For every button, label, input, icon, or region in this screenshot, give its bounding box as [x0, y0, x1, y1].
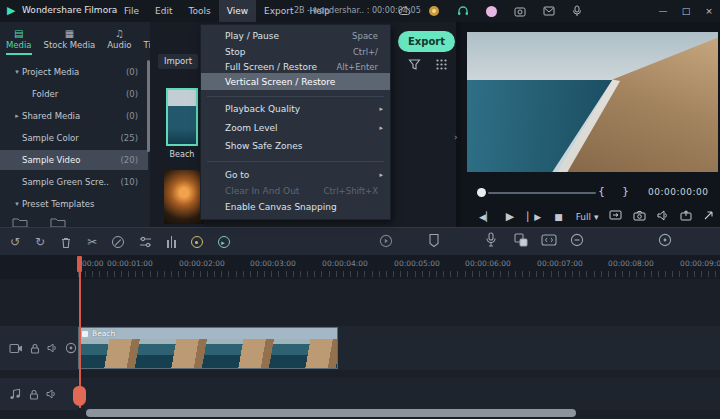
display-fit-icon[interactable] — [609, 210, 622, 221]
mark-in-button[interactable]: { — [598, 185, 605, 198]
menu-item-zoom-level[interactable]: Zoom Level ▸ — [201, 120, 390, 136]
snapshot-camera-icon[interactable] — [633, 210, 646, 221]
window-controls: — □ × — [656, 0, 716, 22]
quality-dropdown[interactable]: Full ▾ — [576, 212, 599, 222]
render-preview-icon[interactable] — [379, 234, 393, 248]
preview-video — [467, 32, 718, 172]
ruler-ticks — [78, 271, 720, 277]
tree-item-preset-templates[interactable]: ▾ Preset Templates — [0, 194, 148, 214]
mask-icon[interactable] — [428, 233, 440, 248]
detach-preview-icon[interactable] — [703, 210, 714, 221]
timeline-clip-beach[interactable]: Beach — [78, 327, 338, 369]
tree-item-sample-green-screen[interactable]: Sample Green Scre.. (10) — [0, 172, 148, 192]
motion-track-icon[interactable]: ▸ — [218, 236, 230, 248]
import-button[interactable]: Import — [158, 54, 198, 69]
submenu-arrow-icon: ▸ — [379, 171, 383, 179]
media-tree: ▾ Project Media (0) Folder (0) ▸ Shared … — [0, 56, 150, 228]
caret-down-icon[interactable]: ▾ — [12, 200, 22, 208]
feedback-mail-icon[interactable] — [543, 6, 555, 16]
app-name: Wondershare Filmora — [22, 5, 117, 15]
minimize-button[interactable]: — — [656, 6, 670, 16]
adjust-icon[interactable] — [139, 236, 152, 248]
play-button[interactable]: ▶ — [506, 210, 514, 223]
menu-edit[interactable]: Edit — [147, 0, 180, 22]
preview-panel: { } 00:00:00:00 ◀▏ ▶ ▏▶ ■ Full ▾ — [461, 22, 720, 228]
mute-speaker-icon[interactable] — [47, 343, 58, 353]
lock-icon[interactable] — [30, 343, 40, 354]
menu-item-go-to[interactable]: Go to ▸ — [201, 167, 390, 183]
video-track: Beach — [0, 326, 720, 370]
seek-track[interactable] — [488, 192, 596, 194]
media-folder-icon: ▤ — [14, 28, 23, 39]
zoom-fit-icon[interactable] — [658, 233, 672, 247]
menu-item-playback-quality[interactable]: Playback Quality ▸ — [201, 101, 390, 117]
app-logo-icon: ▶ — [7, 4, 15, 17]
menu-separator — [207, 161, 384, 162]
menu-view[interactable]: View — [219, 0, 256, 22]
caret-down-icon[interactable]: ▾ — [12, 68, 22, 76]
speed-icon[interactable] — [112, 236, 124, 248]
mark-out-button[interactable]: } — [622, 185, 629, 198]
audio-mixer-icon[interactable] — [167, 236, 176, 248]
keyframe-icon[interactable] — [191, 236, 203, 248]
divider-collapse-icon[interactable]: › — [454, 132, 458, 142]
tree-item-folder[interactable]: Folder (0) — [0, 84, 148, 104]
redo-icon[interactable]: ↻ — [35, 235, 45, 249]
voiceover-mic-icon[interactable] — [486, 232, 496, 248]
caret-down-icon: ▾ — [594, 212, 599, 222]
tree-item-project-media[interactable]: ▾ Project Media (0) — [0, 62, 148, 82]
record-mic-icon[interactable] — [572, 5, 582, 17]
share-frame-icon[interactable] — [680, 210, 692, 221]
caret-right-icon[interactable]: ▸ — [12, 112, 22, 120]
filter-icon[interactable] — [408, 58, 421, 71]
clip-thumbnail-sunset[interactable] — [164, 170, 204, 224]
close-button[interactable]: × — [702, 6, 716, 16]
grid-view-icon[interactable] — [435, 58, 448, 71]
menu-tools[interactable]: Tools — [181, 0, 219, 22]
menu-item-show-safe-zones[interactable]: Show Safe Zones — [201, 138, 390, 154]
delete-icon[interactable] — [60, 236, 72, 249]
maximize-button[interactable]: □ — [679, 6, 693, 16]
upgrade-icon[interactable] — [428, 5, 440, 17]
eye-icon[interactable] — [65, 342, 77, 354]
audio-track-lane[interactable] — [78, 378, 720, 410]
timeline-horizontal-scrollbar[interactable] — [86, 409, 576, 417]
speaker-icon[interactable] — [657, 210, 669, 221]
tab-stock-media[interactable]: ▦ Stock Media — [38, 22, 102, 56]
tab-media[interactable]: ▤ Media — [0, 22, 38, 56]
menu-item-stop[interactable]: Stop Ctrl+/ — [201, 44, 390, 60]
support-headset-icon[interactable] — [457, 5, 469, 17]
tree-item-sample-color[interactable]: Sample Color (25) — [0, 128, 148, 148]
undo-icon[interactable]: ↺ — [10, 235, 20, 249]
menu-item-enable-canvas-snapping[interactable]: Enable Canvas Snapping — [201, 199, 390, 215]
export-button[interactable]: Export — [398, 31, 455, 52]
seek-handle[interactable] — [477, 188, 486, 197]
scissors-icon[interactable]: ✂ — [87, 235, 97, 249]
zoom-out-icon[interactable] — [570, 233, 584, 247]
marker-icon[interactable] — [541, 234, 557, 246]
clip-filmstrip — [79, 339, 337, 368]
menu-item-vertical-screen[interactable]: Vertical Screen / Restore — [201, 73, 390, 90]
previous-frame-button[interactable]: ◀▏ — [479, 212, 493, 222]
stock-image-icon: ▦ — [65, 28, 74, 39]
timeline-ruler[interactable]: 00:00 00:00:01:00 00:00:02:00 00:00:03:0… — [0, 255, 720, 279]
menu-item-play-pause[interactable]: Play / Pause Space — [201, 28, 390, 44]
playhead-top-marker[interactable] — [77, 256, 82, 272]
mute-speaker-icon[interactable] — [46, 389, 57, 399]
clip-header: Beach — [79, 328, 337, 339]
user-avatar[interactable] — [486, 6, 497, 17]
stop-button[interactable]: ■ — [554, 212, 563, 222]
split-screen-icon[interactable] — [514, 233, 528, 247]
screenshot-icon[interactable] — [514, 6, 526, 17]
music-note-icon: ♫ — [115, 28, 124, 39]
tree-item-shared-media[interactable]: ▸ Shared Media (0) — [0, 106, 148, 126]
next-frame-button[interactable]: ▏▶ — [527, 212, 541, 222]
menu-file[interactable]: File — [116, 0, 147, 22]
tree-item-sample-video[interactable]: Sample Video (20) — [0, 150, 148, 170]
cloud-sync-icon[interactable] — [398, 6, 411, 16]
tab-audio[interactable]: ♫ Audio — [101, 22, 137, 56]
lock-icon[interactable] — [29, 389, 39, 400]
menu-separator — [207, 96, 384, 97]
clip-thumbnail-beach[interactable] — [166, 88, 198, 146]
playhead-handle[interactable] — [73, 386, 86, 406]
